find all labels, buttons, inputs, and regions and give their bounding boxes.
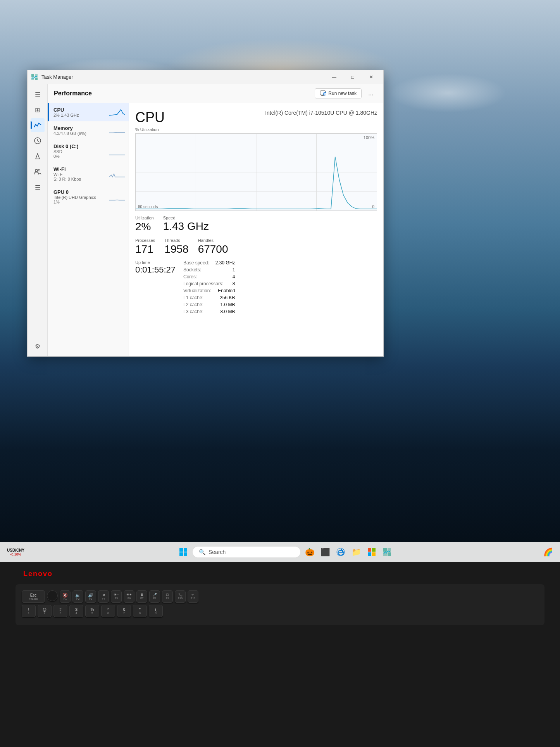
title-bar: Task Manager — □ ✕ — [28, 70, 383, 84]
key-f8[interactable]: 🎤 F8 — [149, 590, 160, 603]
svg-rect-20 — [179, 548, 183, 552]
key-esc-fnlock[interactable]: Esc FnLock — [22, 590, 45, 603]
l1-key: L1 cache: — [183, 295, 203, 300]
sidebar-item-startup[interactable] — [31, 149, 45, 163]
sidebar-item-menu[interactable]: ☰ — [31, 87, 45, 101]
more-options-button[interactable]: ... — [365, 87, 377, 100]
speed-stat-label: Speed — [163, 216, 209, 220]
sidebar-item-details[interactable]: ☰ — [31, 180, 45, 194]
cpu-big-title-group: CPU — [135, 109, 165, 126]
resource-item-disk[interactable]: Disk 0 (C:) SSD 0% — [48, 140, 129, 162]
processes-stat: Processes 171 — [135, 238, 155, 256]
key-f9[interactable]: □ F9 — [162, 590, 173, 603]
key-f1[interactable]: 🔇 F1 — [60, 590, 71, 603]
task-manager-icon — [31, 73, 38, 81]
currency-change: -0.18% — [10, 552, 21, 556]
maximize-button[interactable]: □ — [344, 72, 362, 83]
svg-point-6 — [35, 169, 38, 172]
sidebar-item-history[interactable] — [31, 134, 45, 148]
keyboard: Esc FnLock 🔇 F1 🔉 F2 🔊 F3 ✕ F4 ☀− — [16, 584, 544, 625]
resource-item-gpu[interactable]: GPU 0 Intel(R) UHD Graphics 1% — [48, 185, 129, 208]
key-3[interactable]: # 3 — [53, 605, 67, 617]
key-2[interactable]: @ 2 — [38, 605, 52, 617]
bottom-section: Up time 0:01:55:27 Base speed: 2.30 GHz … — [135, 260, 377, 314]
desktop: Task Manager — □ ✕ ☰ ⊞ — [0, 0, 560, 562]
sidebar-item-performance[interactable] — [31, 118, 45, 132]
number-key-row: ! 1 @ 2 # 3 $ 4 % 5 ^ 6 — [22, 605, 538, 617]
key-8[interactable]: * 8 — [133, 605, 147, 617]
utilization-label: % Utilization — [135, 127, 377, 132]
sidebar-item-processes[interactable]: ⊞ — [31, 103, 45, 117]
title-bar-left: Task Manager — [31, 73, 73, 81]
key-brightness-down-icon: ☀− — [114, 593, 119, 597]
search-bar[interactable]: 🔍 Search — [192, 546, 301, 558]
taskbar-rainbow-icon[interactable]: 🌈 — [541, 545, 555, 559]
taskbar-black-icon[interactable]: ⬛ — [318, 545, 333, 559]
svg-rect-22 — [179, 552, 183, 556]
currency-label: USD/CNY — [7, 548, 24, 552]
taskbar-task-manager-icon[interactable] — [380, 545, 395, 559]
cores-item: Cores: 4 — [183, 274, 235, 279]
l2-key: L2 cache: — [183, 302, 203, 307]
key-f4[interactable]: ✕ F4 — [98, 590, 109, 603]
key-f7[interactable]: 🖥 F7 — [136, 590, 147, 603]
graph-percent-label: 100% — [364, 135, 374, 140]
search-placeholder-text: Search — [208, 549, 226, 555]
key-arrow-icon: ↩ — [191, 593, 195, 597]
taskbar-center: 🔍 Search 🎃 ⬛ 📁 — [31, 545, 539, 559]
taskbar-halloween-icon[interactable]: 🎃 — [302, 545, 317, 559]
l1-item: L1 cache: 256 KB — [183, 295, 235, 300]
svg-rect-3 — [35, 78, 38, 80]
taskbar: USD/CNY -0.18% 🔍 Search — [0, 542, 560, 562]
run-new-task-label: Run new task — [328, 91, 357, 96]
key-f11[interactable]: ↩ F11 — [188, 590, 198, 603]
svg-rect-28 — [372, 552, 376, 556]
resource-item-memory[interactable]: Memory 4.3/47.8 GB (9%) — [48, 121, 129, 140]
l3-key: L3 cache: — [183, 309, 203, 314]
key-mute-icon: 🔇 — [62, 593, 68, 597]
currency-tray-item[interactable]: USD/CNY -0.18% — [5, 547, 27, 557]
sidebar-item-users[interactable] — [31, 165, 45, 179]
processes-label: Processes — [135, 238, 155, 243]
run-new-task-button[interactable]: + Run new task — [315, 88, 362, 98]
key-f3[interactable]: 🔊 F3 — [85, 590, 96, 603]
svg-rect-0 — [31, 74, 34, 77]
key-mic-icon: 🎤 — [153, 593, 157, 597]
resource-item-cpu[interactable]: CPU 2% 1.43 GHz — [48, 103, 129, 121]
users-icon — [34, 168, 41, 176]
l3-val: 8.0 MB — [220, 309, 235, 314]
key-6[interactable]: ^ 6 — [101, 605, 115, 617]
utilization-stats-row: Utilization 2% Speed 1.43 GHz — [135, 216, 377, 233]
handles-label: Handles — [198, 238, 228, 243]
handles-stat: Handles 67700 — [198, 238, 228, 256]
cpu-detail-header: CPU Intel(R) Core(TM) i7-10510U CPU @ 1.… — [135, 109, 377, 126]
key-5[interactable]: % 5 — [85, 605, 99, 617]
cpu-big-title: CPU — [135, 109, 165, 126]
minimize-button[interactable]: — — [325, 72, 343, 83]
key-f10[interactable]: 📞 F10 — [175, 590, 186, 603]
key-1[interactable]: ! 1 — [22, 605, 36, 617]
performance-icon — [34, 121, 41, 129]
svg-rect-27 — [368, 552, 371, 556]
taskbar-folder-icon[interactable]: 📁 — [349, 545, 364, 559]
key-f5[interactable]: ☀− F5 — [111, 590, 122, 603]
resource-item-wifi[interactable]: Wi-Fi Wi-Fi S: 0 R: 0 Kbps — [48, 162, 129, 185]
logical-item: Logical processors: 8 — [183, 281, 235, 286]
close-button[interactable]: ✕ — [362, 72, 380, 83]
taskbar-microsoft-icon[interactable] — [364, 545, 379, 559]
sidebar-item-settings[interactable]: ⚙ — [31, 339, 45, 353]
wifi-mini-chart — [109, 169, 125, 179]
start-button[interactable] — [176, 545, 191, 559]
startup-icon — [34, 153, 41, 160]
key-9[interactable]: ( 9 — [149, 605, 163, 617]
key-7[interactable]: & 7 — [117, 605, 131, 617]
function-key-row: Esc FnLock 🔇 F1 🔉 F2 🔊 F3 ✕ F4 ☀− — [22, 590, 538, 603]
utilization-stat: Utilization 2% — [135, 216, 154, 233]
threads-value: 1958 — [164, 243, 188, 256]
key-f6[interactable]: ☀+ F6 — [124, 590, 134, 603]
taskbar-edge-icon[interactable] — [333, 545, 348, 559]
key-f2[interactable]: 🔉 F2 — [72, 590, 83, 603]
lenovo-badge: Lenovo — [23, 570, 53, 578]
key-4[interactable]: $ 4 — [69, 605, 83, 617]
logical-val: 8 — [233, 281, 235, 286]
